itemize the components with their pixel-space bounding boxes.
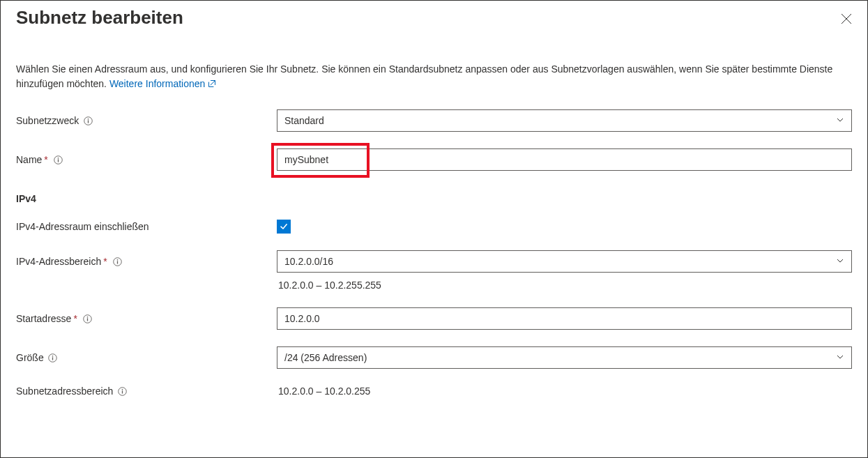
row-include-ipv4: IPv4-Adressraum einschließen xyxy=(16,220,852,234)
info-icon[interactable] xyxy=(113,257,123,266)
svg-point-13 xyxy=(52,356,54,357)
name-input-wrapper xyxy=(277,148,852,171)
required-marker: * xyxy=(73,313,77,324)
start-address-input[interactable] xyxy=(284,308,844,329)
svg-rect-11 xyxy=(87,318,88,321)
label-include-ipv4: IPv4-Adressraum einschließen xyxy=(16,221,277,232)
label-ipv4-range: IPv4-Adressbereich * xyxy=(16,256,277,267)
size-select[interactable]: /24 (256 Adressen) xyxy=(277,346,852,369)
svg-rect-5 xyxy=(58,159,59,162)
svg-point-16 xyxy=(121,389,123,390)
ipv4-range-helper: 10.2.0.0 – 10.2.255.255 xyxy=(277,277,381,291)
row-subnet-range: Subnetzadressbereich 10.2.0.0 – 10.2.0.2… xyxy=(16,386,852,397)
row-name: Name * xyxy=(16,148,852,171)
row-ipv4-range-helper: 10.2.0.0 – 10.2.255.255 xyxy=(16,277,852,291)
start-address-input-wrapper xyxy=(277,307,852,330)
purpose-select[interactable]: Standard xyxy=(277,109,852,132)
ipv4-range-select[interactable]: 10.2.0.0/16 xyxy=(277,250,852,273)
row-ipv4-range: IPv4-Adressbereich * 10.2.0.0/16 xyxy=(16,250,852,273)
learn-more-link[interactable]: Weitere Informationen xyxy=(109,78,216,89)
row-start-address: Startadresse * xyxy=(16,307,852,330)
purpose-value: Standard xyxy=(284,115,324,126)
svg-point-10 xyxy=(87,316,89,318)
label-start-address: Startadresse * xyxy=(16,313,277,324)
svg-point-4 xyxy=(58,158,59,159)
svg-rect-14 xyxy=(52,357,53,360)
row-size: Größe /24 (256 Adressen) xyxy=(16,346,852,369)
ipv4-section-heading: IPv4 xyxy=(16,193,852,204)
checkmark-icon xyxy=(279,222,289,231)
panel-header: Subnetz bearbeiten xyxy=(16,6,852,33)
subnet-range-value: 10.2.0.0 – 10.2.0.255 xyxy=(277,386,370,397)
info-icon[interactable] xyxy=(83,314,93,323)
svg-rect-17 xyxy=(122,390,123,393)
info-icon[interactable] xyxy=(117,386,127,396)
chevron-down-icon xyxy=(836,352,844,363)
label-size: Größe xyxy=(16,352,277,363)
panel-description: Wählen Sie einen Adressraum aus, und kon… xyxy=(16,62,852,93)
svg-point-1 xyxy=(87,119,89,120)
panel-title: Subnetz bearbeiten xyxy=(16,6,183,30)
svg-rect-8 xyxy=(117,261,118,264)
chevron-down-icon xyxy=(836,256,844,267)
info-icon[interactable] xyxy=(54,155,63,165)
required-marker: * xyxy=(103,256,107,267)
info-icon[interactable] xyxy=(83,116,93,125)
size-value: /24 (256 Adressen) xyxy=(284,352,367,363)
label-purpose: Subnetzzweck xyxy=(16,115,277,126)
label-name: Name * xyxy=(16,154,277,165)
edit-subnet-panel: Subnetz bearbeiten Wählen Sie einen Adre… xyxy=(0,0,868,458)
label-subnet-range: Subnetzadressbereich xyxy=(16,386,277,397)
ipv4-range-value: 10.2.0.0/16 xyxy=(284,256,333,267)
subnet-form: Subnetzzweck Standard Name * xyxy=(16,109,852,397)
svg-point-7 xyxy=(117,259,119,261)
close-icon xyxy=(841,13,852,24)
close-button[interactable] xyxy=(837,9,856,29)
chevron-down-icon xyxy=(836,115,844,126)
info-icon[interactable] xyxy=(48,353,58,362)
svg-rect-2 xyxy=(88,120,89,123)
external-link-icon xyxy=(208,77,216,93)
row-purpose: Subnetzzweck Standard xyxy=(16,109,852,132)
required-marker: * xyxy=(44,154,47,165)
include-ipv4-checkbox[interactable] xyxy=(277,220,291,234)
name-input[interactable] xyxy=(284,149,844,170)
